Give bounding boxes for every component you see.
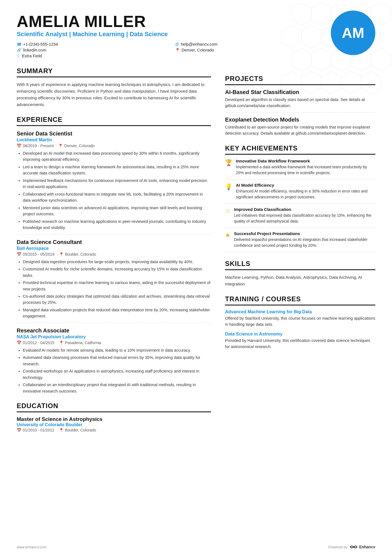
list-item: Conducted workshops on AI applications i… bbox=[23, 368, 211, 381]
list-item: Co-authored data policy strategies that … bbox=[23, 293, 211, 306]
contact-location: 📍 Denver, Colorado bbox=[175, 48, 322, 52]
list-item: Customized AI models for niche scientifi… bbox=[23, 266, 211, 278]
job-1-dates: 📅 06/2019 - Present bbox=[17, 144, 54, 148]
job-3-location: 📍 Pasadena, California bbox=[59, 341, 101, 345]
divider-2 bbox=[17, 323, 211, 323]
phone-icon: ☎ bbox=[17, 42, 21, 46]
edu-dates: 📅 01/2010 - 01/2012 bbox=[17, 428, 54, 432]
avatar: AM bbox=[331, 11, 375, 55]
achievement-2-title: AI Model Efficiency bbox=[236, 183, 375, 188]
header-left: AMELIA MILLER Scientific Analyst | Machi… bbox=[17, 13, 322, 58]
list-item: Automated data cleansing processes that … bbox=[23, 354, 211, 367]
enhancv-logo: Enhancv bbox=[350, 544, 375, 549]
training-section-title: TRAINING / COURSES bbox=[225, 295, 375, 305]
edu-degree: Master of Science in Astrophysics bbox=[17, 416, 211, 422]
course-1: Advanced Machine Learning for Big Data O… bbox=[225, 309, 375, 328]
email-icon: @ bbox=[175, 42, 179, 46]
edu-meta: 📅 01/2010 - 01/2012 📍 Boulder, Colorado bbox=[17, 428, 211, 432]
contact-phone: ☎ +1-(234)-555-1234 bbox=[17, 42, 164, 46]
link-icon: 🔗 bbox=[17, 48, 21, 52]
education-section-title: EDUCATION bbox=[17, 402, 211, 412]
achievement-2-text: Enhanced AI model efficiency, resulting … bbox=[236, 188, 375, 200]
project-divider bbox=[225, 112, 375, 113]
candidate-name: AMELIA MILLER bbox=[17, 13, 322, 29]
enhancv-logo-svg bbox=[350, 544, 358, 549]
list-item: Managed data visualization projects that… bbox=[23, 307, 211, 319]
footer: www.enhancv.com Powered by Enhancv bbox=[17, 544, 375, 549]
achievement-2: 💡 AI Model Efficiency Enhanced AI model … bbox=[225, 183, 375, 204]
location-icon-2: 📍 bbox=[59, 252, 64, 256]
header: AMELIA MILLER Scientific Analyst | Machi… bbox=[17, 13, 375, 58]
list-item: Provided technical expertise in machine … bbox=[23, 280, 211, 292]
project-1-title: AI-Based Star Classification bbox=[225, 89, 375, 95]
edu-school: University of Colorado Boulder bbox=[17, 422, 211, 427]
list-item: Designed data ingestion procedures for l… bbox=[23, 259, 211, 265]
location-icon-1: 📍 bbox=[58, 144, 63, 148]
education-entry-1: Master of Science in Astrophysics Univer… bbox=[17, 416, 211, 432]
course-2: Data Science in Astronomy Provided by Ha… bbox=[225, 332, 375, 350]
list-item: Collaborated on an interdisciplinary pro… bbox=[23, 382, 211, 394]
list-item: Evaluated AI models for remote sensing d… bbox=[23, 347, 211, 353]
achievement-4: ★ Successful Project Presentations Deliv… bbox=[225, 231, 375, 252]
achievement-1-title: Innovative Data Workflow Framework bbox=[236, 159, 375, 163]
list-item: Published research on machine learning a… bbox=[23, 218, 211, 231]
job-3-bullets: Evaluated AI models for remote sensing d… bbox=[17, 347, 211, 394]
project-2-desc: Contributed to an open-source project fo… bbox=[225, 124, 375, 137]
job-3-meta: 📅 01/2012 - 04/2015 📍 Pasadena, Californ… bbox=[17, 341, 211, 345]
summary-section-title: SUMMARY bbox=[17, 67, 211, 77]
candidate-title: Scientific Analyst | Machine Learning | … bbox=[17, 31, 322, 38]
project-2: Exoplanet Detection Models Contributed t… bbox=[225, 117, 375, 137]
achievement-3: ☆ Improved Data Classification Led initi… bbox=[225, 207, 375, 228]
bulb-icon: 💡 bbox=[225, 183, 232, 200]
contact-linkedin[interactable]: 🔗 linkedin.com bbox=[17, 48, 164, 52]
achievement-3-text: Led initiatives that improved data class… bbox=[234, 213, 375, 224]
location-icon: 📍 bbox=[175, 48, 180, 52]
course-2-desc: Provided by Harvard University, this cer… bbox=[225, 337, 375, 350]
job-3: Research Associate NASA Jet Propulsion L… bbox=[17, 327, 211, 394]
job-3-title: Research Associate bbox=[17, 327, 211, 334]
job-2-dates: 📅 05/2015 - 05/2019 bbox=[17, 252, 54, 256]
job-3-company: NASA Jet Propulsion Laboratory bbox=[17, 334, 211, 339]
achievement-4-text: Delivered impactful presentations on AI … bbox=[234, 237, 375, 248]
star-outline-icon: ☆ bbox=[17, 54, 20, 58]
job-1: Senior Data Scientist Lockheed Martin 📅 … bbox=[17, 130, 211, 231]
job-2-company: Ball Aerospace bbox=[17, 246, 211, 251]
job-3-dates: 📅 01/2012 - 04/2015 bbox=[17, 341, 54, 345]
skills-section-title: SKILLS bbox=[225, 260, 375, 270]
list-item: Developed an AI model that increased dat… bbox=[23, 150, 211, 163]
job-2-meta: 📅 05/2015 - 05/2019 📍 Boulder, Colorado bbox=[17, 252, 211, 256]
list-item: Implemented feedback mechanisms for cont… bbox=[23, 177, 211, 190]
achievements-section-title: KEY ACHIEVEMENTS bbox=[225, 144, 375, 155]
project-1: AI-Based Star Classification Developed a… bbox=[225, 89, 375, 109]
trophy-icon: 🏆 bbox=[225, 159, 232, 176]
main-content: SUMMARY With 8 years of experience in ap… bbox=[17, 67, 375, 432]
job-2-title: Data Science Consultant bbox=[17, 239, 211, 245]
achievement-1: 🏆 Innovative Data Workflow Framework Imp… bbox=[225, 159, 375, 179]
divider bbox=[17, 234, 211, 235]
project-1-desc: Developed an algorithm to classify stars… bbox=[225, 97, 375, 109]
job-1-meta: 📅 06/2019 - Present 📍 Denver, Colorado bbox=[17, 144, 211, 148]
location-icon-3: 📍 bbox=[59, 341, 64, 345]
footer-website: www.enhancv.com bbox=[17, 545, 46, 549]
list-item: Led a team to design a machine learning … bbox=[23, 164, 211, 176]
list-item: Collaborated with cross-functional teams… bbox=[23, 191, 211, 204]
contact-extra: ☆ Extra Field bbox=[17, 53, 164, 58]
job-2: Data Science Consultant Ball Aerospace 📅… bbox=[17, 239, 211, 319]
job-2-location: 📍 Boulder, Colorado bbox=[59, 252, 96, 256]
course-1-title: Advanced Machine Learning for Big Data bbox=[225, 309, 375, 314]
summary-text: With 8 years of experience in applying m… bbox=[17, 81, 211, 108]
calendar-icon: 📅 bbox=[17, 144, 21, 148]
job-1-company: Lockheed Martin bbox=[17, 137, 211, 142]
projects-section-title: PROJECTS bbox=[225, 75, 375, 85]
calendar-icon-3: 📅 bbox=[17, 341, 21, 345]
star-filled-achievement-icon: ★ bbox=[225, 232, 230, 248]
list-item: Mentored junior data scientists on advan… bbox=[23, 205, 211, 217]
job-1-location: 📍 Denver, Colorado bbox=[58, 144, 95, 148]
footer-brand: Powered by Enhancv bbox=[328, 544, 375, 549]
achievement-3-title: Improved Data Classification bbox=[234, 207, 375, 212]
calendar-icon-edu: 📅 bbox=[17, 428, 21, 432]
project-2-title: Exoplanet Detection Models bbox=[225, 117, 375, 123]
calendar-icon-2: 📅 bbox=[17, 252, 21, 256]
course-1-desc: Offered by Stanford University, this cou… bbox=[225, 315, 375, 328]
left-column: SUMMARY With 8 years of experience in ap… bbox=[17, 67, 211, 432]
